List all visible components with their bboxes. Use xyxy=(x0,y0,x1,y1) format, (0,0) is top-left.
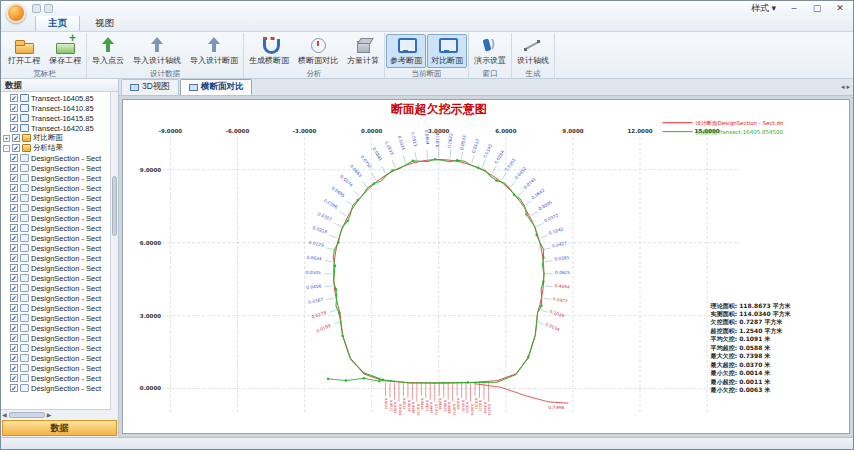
tree-checkbox[interactable]: ✓ xyxy=(10,164,18,172)
tree-item[interactable]: ✓Transect-16420.85 xyxy=(1,123,110,133)
ribbon-button[interactable]: 生成横断面 xyxy=(245,34,293,68)
quick-access-button[interactable] xyxy=(32,4,41,13)
tree-checkbox[interactable]: ✓ xyxy=(10,294,18,302)
ribbon-button[interactable]: 导入点云 xyxy=(88,34,128,68)
doc-tab-3D视图[interactable]: 3D视图 xyxy=(121,79,179,95)
tree-item[interactable]: ✓DesignSection - Sect xyxy=(1,293,110,303)
tree-item-label: DesignSection - Sect xyxy=(31,354,101,363)
tree-item[interactable]: ✓DesignSection - Sect xyxy=(1,263,110,273)
tree-checkbox[interactable]: ✓ xyxy=(10,264,18,272)
tree-checkbox[interactable]: ✓ xyxy=(10,364,18,372)
tree-checkbox[interactable]: ✓ xyxy=(10,324,18,332)
ribbon-button[interactable]: 参考断面 xyxy=(386,34,426,68)
tree-checkbox[interactable]: ✓ xyxy=(10,114,18,122)
tree-item[interactable]: ✓DesignSection - Sect xyxy=(1,203,110,213)
tree-item[interactable]: ✓DesignSection - Sect xyxy=(1,343,110,353)
tree-item[interactable]: ✓DesignSection - Sect xyxy=(1,283,110,293)
tree-checkbox[interactable]: ✓ xyxy=(10,174,18,182)
tree-item[interactable]: ✓DesignSection - Sect xyxy=(1,333,110,343)
tree-checkbox[interactable]: ✓ xyxy=(10,274,18,282)
tree-item[interactable]: ✓DesignSection - Sect xyxy=(1,323,110,333)
tree-item[interactable]: ✓DesignSection - Sect xyxy=(1,233,110,243)
tree-checkbox[interactable]: ✓ xyxy=(10,384,18,392)
tree-checkbox[interactable]: ✓ xyxy=(10,374,18,382)
style-menu[interactable]: 样式 ▾ xyxy=(745,2,782,15)
tree-item[interactable]: ✓DesignSection - Sect xyxy=(1,353,110,363)
tree-checkbox[interactable]: ✓ xyxy=(10,124,18,132)
maximize-button[interactable]: ▢ xyxy=(806,2,828,15)
ribbon-button[interactable]: 方量计算 xyxy=(343,34,383,68)
tree-checkbox[interactable]: ✓ xyxy=(12,134,20,142)
minimize-button[interactable]: – xyxy=(783,2,805,15)
tree-item[interactable]: +✓对比断面 xyxy=(1,133,110,143)
ribbon-button[interactable]: 导入设计断面 xyxy=(186,34,242,68)
tree-checkbox[interactable]: ✓ xyxy=(10,234,18,242)
tree-item[interactable]: ✓DesignSection - Sect xyxy=(1,153,110,163)
tree-item-label: DesignSection - Sect xyxy=(31,364,101,373)
tree-item[interactable]: ✓DesignSection - Sect xyxy=(1,253,110,263)
tree-checkbox[interactable]: ✓ xyxy=(10,204,18,212)
ribbon-tab-主页[interactable]: 主页 xyxy=(35,15,80,31)
ribbon-button[interactable]: 横断面对比 xyxy=(294,34,342,68)
tree-checkbox[interactable]: ✓ xyxy=(10,304,18,312)
tree-checkbox[interactable]: ✓ xyxy=(10,284,18,292)
tree-item[interactable]: ✓DesignSection - Sect xyxy=(1,223,110,233)
scrollbar-thumb[interactable] xyxy=(112,176,117,236)
tree-expander-icon[interactable]: - xyxy=(3,145,10,152)
tree-item[interactable]: ✓DesignSection - Sect xyxy=(1,313,110,323)
tree-checkbox[interactable]: ✓ xyxy=(10,344,18,352)
data-panel-tab[interactable]: 数据 xyxy=(2,420,117,436)
tree-checkbox[interactable]: ✓ xyxy=(10,254,18,262)
sidebar-horizontal-scrollbar[interactable]: ◀ ▶ xyxy=(1,409,118,419)
tree-item[interactable]: ✓Transect-16405.85 xyxy=(1,93,110,103)
ribbon-button[interactable]: 演示设置 xyxy=(470,34,510,68)
tree-checkbox[interactable]: ✓ xyxy=(12,144,20,152)
tab-nav-arrows[interactable]: ◂ ▸ xyxy=(841,83,850,91)
tree-item[interactable]: ✓DesignSection - Sect xyxy=(1,303,110,313)
tree-item[interactable]: ✓Transect-16410.85 xyxy=(1,103,110,113)
titlebar: 样式 ▾ – ▢ ✕ xyxy=(1,1,853,16)
tree-item[interactable]: ✓DesignSection - Sect xyxy=(1,183,110,193)
tree-item[interactable]: ✓DesignSection - Sect xyxy=(1,193,110,203)
tree-checkbox[interactable]: ✓ xyxy=(10,94,18,102)
tree-checkbox[interactable]: ✓ xyxy=(10,194,18,202)
tree-checkbox[interactable]: ✓ xyxy=(10,244,18,252)
ribbon-button[interactable]: 设计轴线 xyxy=(513,34,553,68)
ribbon-button[interactable]: 保存工程 xyxy=(45,34,85,68)
tree-checkbox[interactable]: ✓ xyxy=(10,314,18,322)
svg-text:0.0129: 0.0129 xyxy=(308,240,324,248)
tree-checkbox[interactable]: ✓ xyxy=(10,104,18,112)
tree-item[interactable]: ✓DesignSection - Sect xyxy=(1,243,110,253)
tree-item[interactable]: ✓DesignSection - Sect xyxy=(1,163,110,173)
tree-item[interactable]: ✓Transect-16415.85 xyxy=(1,113,110,123)
tree-checkbox[interactable]: ✓ xyxy=(10,154,18,162)
tree-item[interactable]: -✓分析结果 xyxy=(1,143,110,153)
tree-expander-icon[interactable]: + xyxy=(3,135,10,142)
tree-checkbox[interactable]: ✓ xyxy=(10,184,18,192)
tree-item[interactable]: ✓DesignSection - Sect xyxy=(1,363,110,373)
tree-item[interactable]: ✓DesignSection - Sect xyxy=(1,213,110,223)
tree-checkbox[interactable]: ✓ xyxy=(10,224,18,232)
tree-checkbox[interactable]: ✓ xyxy=(10,354,18,362)
scroll-left-icon[interactable]: ◀ xyxy=(2,411,7,418)
tree-item-label: DesignSection - Sect xyxy=(31,334,101,343)
close-button[interactable]: ✕ xyxy=(829,2,851,15)
tree-checkbox[interactable]: ✓ xyxy=(10,214,18,222)
tree-item[interactable]: ✓DesignSection - Sect xyxy=(1,173,110,183)
scrollbar-thumb[interactable] xyxy=(9,412,45,418)
tree-item[interactable]: ✓DesignSection - Sect xyxy=(1,273,110,283)
tree-item[interactable]: ✓DesignSection - Sect xyxy=(1,373,110,383)
scroll-right-icon[interactable]: ▶ xyxy=(47,411,52,418)
ribbon-button[interactable]: 对比断面 xyxy=(427,34,467,68)
ribbon-tab-视图[interactable]: 视图 xyxy=(82,15,127,31)
tree-checkbox[interactable]: ✓ xyxy=(10,334,18,342)
tree-item[interactable]: ✓DesignSection - Sect xyxy=(1,383,110,393)
ribbon-button[interactable]: 导入设计轴线 xyxy=(129,34,185,68)
sidebar-vertical-scrollbar[interactable] xyxy=(110,92,118,410)
app-window: 样式 ▾ – ▢ ✕ 主页视图 打开工程保存工程宽标栏导入点云导入设计轴线导入设… xyxy=(0,0,854,450)
app-logo-icon[interactable] xyxy=(6,3,26,23)
chart-canvas[interactable]: -9.0000-6.0000-3.00000.00003.00006.00009… xyxy=(122,99,850,434)
doc-tab-横断面对比[interactable]: 横断面对比 xyxy=(180,79,253,95)
ribbon-button[interactable]: 打开工程 xyxy=(4,34,44,68)
quick-access-button[interactable] xyxy=(44,4,53,13)
